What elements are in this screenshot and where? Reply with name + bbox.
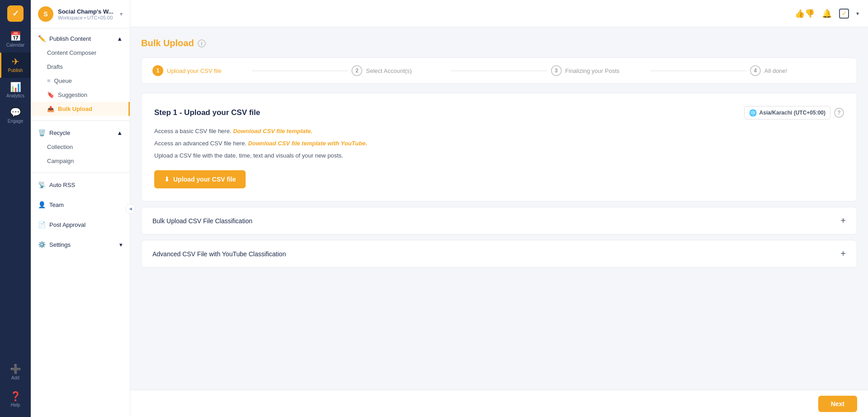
next-button[interactable]: Next [818,396,857,412]
step-1-label: Upload your CSV file [167,67,222,74]
rail-engage-label: Engage [8,119,23,124]
app-logo: ✓ [7,5,24,22]
step-3-label: Finalizing your Posts [565,67,620,74]
auto-rss-section: 📡 Auto RSS [31,175,130,195]
rail-help-label: Help [11,403,20,408]
rail-calendar-label: Calendar [6,43,25,48]
queue-label: Queue [54,77,72,84]
chevron-down-icon-settings: ▾ [119,241,123,248]
step-3-num: 3 [551,65,562,76]
rail-item-add[interactable]: ➕ Add [0,360,31,385]
accordion-bulk-upload-header[interactable]: Bulk Upload CSV File Classification + [142,207,857,234]
accordion-advanced-csv-header[interactable]: Advanced CSV File with YouTube Classific… [142,240,857,267]
info-icon[interactable]: i [198,39,206,48]
sidebar-wrapper: S Social Champ's W... Workspace • UTC+05… [31,0,130,417]
rail-add-label: Add [11,375,19,381]
workspace-name: Social Champ's W... [58,8,115,15]
drafts-label: Drafts [47,63,63,70]
recycle-header[interactable]: 🗑️ Recycle ▲ [31,125,130,140]
upload-text-2: Access an advanced CSV file here. Downlo… [154,139,844,149]
team-label: Team [49,201,64,208]
timezone-value: Asia/Karachi (UTC+05:00) [759,110,825,116]
upload-csv-button[interactable]: ⬇ Upload your CSV file [154,170,246,188]
thumbs-icon[interactable]: 👍👎 [795,9,815,19]
rail-item-calendar[interactable]: 📅 Calendar [0,27,31,53]
rss-icon: 📡 [38,181,46,188]
publish-content-header[interactable]: ✏️ Publish Content ▲ [31,31,130,46]
globe-icon: 🌐 [749,109,757,116]
post-approval-section: 📄 Post Approval [31,215,130,235]
workspace-header[interactable]: S Social Champ's W... Workspace • UTC+05… [31,0,130,29]
sidebar-item-suggestion[interactable]: 🔖 Suggestion [31,88,130,102]
workspace-subtitle: Workspace • UTC+05:00 [58,15,115,20]
step-2-num: 2 [351,65,362,76]
publish-section: ✏️ Publish Content ▲ Content Composer Dr… [31,29,130,119]
post-approval-header[interactable]: 📄 Post Approval [31,217,130,232]
download-youtube-link[interactable]: Download CSV file template with YouTube. [248,140,367,147]
content-area: Bulk Upload i 1 Upload your CSV file 2 S… [130,27,868,390]
step-connector-3 [650,71,746,71]
add-icon: ➕ [10,364,21,374]
rail-item-publish[interactable]: ✈ Publish [0,53,31,78]
publish-icon: ✈ [12,57,19,66]
help-circle-icon[interactable]: ? [834,108,844,118]
engage-icon: 💬 [10,108,21,117]
sidebar-item-campaign[interactable]: Campaign [31,154,130,168]
rail-item-help[interactable]: ❓ Help [0,387,31,412]
sidebar-item-drafts[interactable]: Drafts [31,60,130,74]
edit-icon: ✏️ [38,35,46,42]
auto-rss-header[interactable]: 📡 Auto RSS [31,177,130,192]
divider-1 [31,120,130,121]
queue-icon: ≡ [47,77,51,84]
settings-label: Settings [49,241,71,248]
recycle-icon: 🗑️ [38,129,46,136]
card-title-row: Step 1 - Upload your CSV file 🌐 Asia/Kar… [154,106,844,120]
sidebar: S Social Champ's W... Workspace • UTC+05… [31,0,130,417]
upload-text-3: Upload a CSV file with the date, time, t… [154,151,844,161]
suggestion-label: Suggestion [58,91,87,98]
campaign-label: Campaign [47,158,74,164]
timezone-select[interactable]: 🌐 Asia/Karachi (UTC+05:00) [744,106,830,120]
team-header[interactable]: 👤 Team [31,197,130,212]
step-1-card-title: Step 1 - Upload your CSV file [154,108,260,117]
chevron-down-icon: ▾ [120,11,123,17]
top-bar: 👍👎 🔔 ▾ [130,0,868,27]
analytics-icon: 📊 [10,82,21,91]
team-section: 👤 Team [31,195,130,215]
main-content: 👍👎 🔔 ▾ Bulk Upload i 1 Upload your CSV f… [130,0,868,417]
chevron-dropdown-icon[interactable]: ▾ [856,10,859,17]
accordion-advanced-csv: Advanced CSV File with YouTube Classific… [141,240,857,268]
recycle-section: 🗑️ Recycle ▲ Collection Campaign [31,123,130,171]
notification-icon[interactable]: 🔔 [822,9,832,19]
sidebar-collapse-button[interactable]: ◀ [125,204,135,214]
rail-item-engage[interactable]: 💬 Engage [0,103,31,129]
page-title: Bulk Upload i [141,38,857,48]
bulk-upload-icon: 📤 [47,105,54,112]
sidebar-item-queue[interactable]: ≡ Queue [31,74,130,88]
download-basic-link[interactable]: Download CSV file template. [233,128,313,134]
sidebar-item-bulk-upload[interactable]: 📤 Bulk Upload [31,102,130,116]
auto-rss-label: Auto RSS [49,182,75,188]
settings-header[interactable]: ⚙️ Settings ▾ [31,237,130,252]
divider-2 [31,173,130,173]
upload-btn-icon: ⬇ [164,176,170,183]
rail-item-analytics[interactable]: 📊 Analytics [0,78,31,103]
step-2-label: Select Account(s) [366,67,412,74]
task-checkbox[interactable] [839,9,849,19]
step-1: 1 Upload your CSV file [152,65,248,76]
accordion-plus-icon-1: + [840,216,846,226]
sidebar-item-collection[interactable]: Collection [31,140,130,154]
rail-bottom: ➕ Add ❓ Help [0,360,31,417]
sidebar-item-content-composer[interactable]: Content Composer [31,46,130,60]
step-3: 3 Finalizing your Posts [551,65,647,76]
recycle-label: Recycle [49,129,70,136]
icon-rail: ✓ 📅 Calendar ✈ Publish 📊 Analytics 💬 Eng… [0,0,31,417]
settings-section: ⚙️ Settings ▾ [31,235,130,254]
upload-text-1: Access a basic CSV file here. Download C… [154,127,844,136]
bulk-upload-label: Bulk Upload [58,105,92,112]
upload-btn-label: Upload your CSV file [173,176,236,183]
step-2: 2 Select Account(s) [351,65,447,76]
rail-publish-label: Publish [8,68,23,73]
settings-icon: ⚙️ [38,241,46,248]
accordion-plus-icon-2: + [840,249,846,259]
